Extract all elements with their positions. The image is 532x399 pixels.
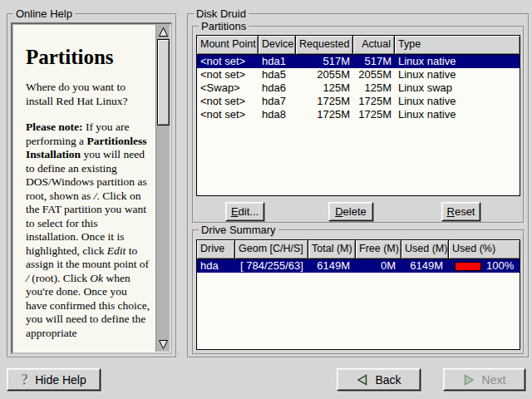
cell-actual: 1725M <box>353 108 395 121</box>
cell-type: Linux native <box>395 108 520 121</box>
cell-mount-point: <Swap> <box>197 81 259 95</box>
partitions-table: Mount Point Device Requested Actual Type… <box>196 35 520 196</box>
column-header-mount-point[interactable]: Mount Point <box>197 36 259 54</box>
partitions-table-header: Mount Point Device Requested Actual Type <box>197 36 520 55</box>
cell-type: Linux swap <box>395 81 520 95</box>
help-note-run: Please note: <box>26 121 83 133</box>
cell-free: 0M <box>356 259 401 273</box>
cell-total: 6149M <box>308 259 356 273</box>
drive-summary-frame-label: Drive Summary <box>199 224 278 236</box>
help-question-icon: ? <box>21 372 28 387</box>
drive-summary-group: Drive Summary Drive Geom [C/H/S] Total (… <box>192 229 525 355</box>
cell-type: Linux native <box>395 68 520 81</box>
cell-mount-point: <not set> <box>197 55 259 68</box>
scroll-down-icon[interactable] <box>157 338 170 351</box>
cell-type: Linux native <box>395 95 520 108</box>
column-header-requested[interactable]: Requested <box>296 36 353 54</box>
help-intro-paragraph: Where do you want to install Red Hat Lin… <box>26 81 150 108</box>
cell-requested: 1725M <box>296 95 353 108</box>
cell-requested: 125M <box>296 81 353 95</box>
scroll-up-icon[interactable] <box>157 26 170 38</box>
column-header-device[interactable]: Device <box>259 36 296 54</box>
partition-row[interactable]: <not set> hda8 1725M 1725M Linux native <box>197 108 520 121</box>
reset-button-hotkey: R <box>447 205 455 218</box>
help-content: Partitions Where do you want to install … <box>13 24 155 352</box>
column-header-drive[interactable]: Drive <box>197 240 235 259</box>
cell-used-m: 6149M <box>401 259 449 273</box>
cell-actual: 1725M <box>353 95 395 108</box>
used-percent-bar <box>455 262 481 271</box>
cell-device: hda7 <box>259 95 296 108</box>
cell-mount-point: <not set> <box>197 68 259 81</box>
cell-device: hda8 <box>259 108 296 121</box>
hide-help-button[interactable]: ? Hide Help <box>7 368 101 391</box>
online-help-frame-label: Online Help <box>13 8 75 20</box>
column-header-total[interactable]: Total (M) <box>308 240 356 259</box>
column-header-used-pct[interactable]: Used (%) <box>449 240 520 259</box>
help-viewport: Partitions Where do you want to install … <box>11 22 172 354</box>
partition-row[interactable]: <not set> hda5 2055M 2055M Linux native <box>197 68 520 81</box>
cell-geom: [ 784/255/63] <box>235 259 308 273</box>
column-header-free[interactable]: Free (M) <box>356 240 401 259</box>
cell-drive: hda <box>197 259 235 273</box>
disk-druid-panel: Disk Druid Partitions Mount Point Device… <box>187 13 530 358</box>
edit-button[interactable]: Edit... <box>225 202 264 221</box>
cell-type: Linux native <box>395 55 520 68</box>
cell-requested: 517M <box>296 55 353 68</box>
cell-device: hda1 <box>259 55 296 68</box>
partitions-group: Partitions Mount Point Device Requested … <box>192 26 525 224</box>
next-button[interactable]: Next <box>443 368 525 391</box>
hide-help-button-label: Hide Help <box>35 373 86 387</box>
column-header-used-m[interactable]: Used (M) <box>401 240 449 259</box>
cell-actual: 2055M <box>353 68 395 81</box>
column-header-type[interactable]: Type <box>395 36 520 54</box>
drive-summary-table: Drive Geom [C/H/S] Total (M) Free (M) Us… <box>196 239 520 350</box>
partition-row[interactable]: <Swap> hda6 125M 125M Linux swap <box>197 81 520 95</box>
disk-druid-frame-label: Disk Druid <box>194 8 249 20</box>
cell-requested: 1725M <box>296 108 353 121</box>
help-note-run: Edit <box>107 244 126 257</box>
delete-button-hotkey: D <box>335 205 342 218</box>
edit-button-hotkey: E <box>231 205 239 218</box>
cell-used-pct: 100% <box>449 259 520 273</box>
column-header-actual[interactable]: Actual <box>353 36 395 54</box>
back-button[interactable]: Back <box>337 368 421 391</box>
edit-button-label: dit... <box>239 205 259 218</box>
reset-button-label: eset <box>455 205 475 218</box>
cell-device: hda5 <box>259 68 296 81</box>
delete-button-label: elete <box>343 205 367 218</box>
help-note-paragraph: Please note: If you are performing a Par… <box>26 121 150 340</box>
help-note-run: (root). Click <box>29 272 91 284</box>
help-title: Partitions <box>26 46 150 69</box>
cell-mount-point: <not set> <box>197 108 259 121</box>
cell-actual: 125M <box>353 81 395 95</box>
partition-row[interactable]: <not set> hda1 517M 517M Linux native <box>197 55 520 68</box>
drive-row[interactable]: hda [ 784/255/63] 6149M 0M 6149M 100% <box>197 259 520 273</box>
column-header-geom[interactable]: Geom [C/H/S] <box>235 240 308 259</box>
partitions-frame-label: Partitions <box>199 21 249 32</box>
back-arrow-icon <box>356 374 368 386</box>
help-scrollbar[interactable] <box>155 25 170 352</box>
next-arrow-icon <box>463 374 475 386</box>
reset-button[interactable]: Reset <box>441 202 480 221</box>
scrollbar-thumb[interactable] <box>157 39 170 126</box>
cell-requested: 2055M <box>296 68 353 81</box>
installer-screen: Online Help Partitions Where do you want… <box>0 0 532 399</box>
delete-button[interactable]: Delete <box>328 202 373 221</box>
cell-mount-point: <not set> <box>197 95 259 108</box>
drive-summary-table-header: Drive Geom [C/H/S] Total (M) Free (M) Us… <box>197 240 520 259</box>
help-note-run: Ok <box>90 272 103 284</box>
cell-actual: 517M <box>353 55 395 68</box>
back-button-label: Back <box>375 373 401 387</box>
online-help-panel: Online Help Partitions Where do you want… <box>7 13 177 358</box>
cell-device: hda6 <box>259 81 296 95</box>
partition-row[interactable]: <not set> hda7 1725M 1725M Linux native <box>197 95 520 108</box>
next-button-label: Next <box>482 373 506 387</box>
used-percent-text: 100% <box>486 259 514 273</box>
